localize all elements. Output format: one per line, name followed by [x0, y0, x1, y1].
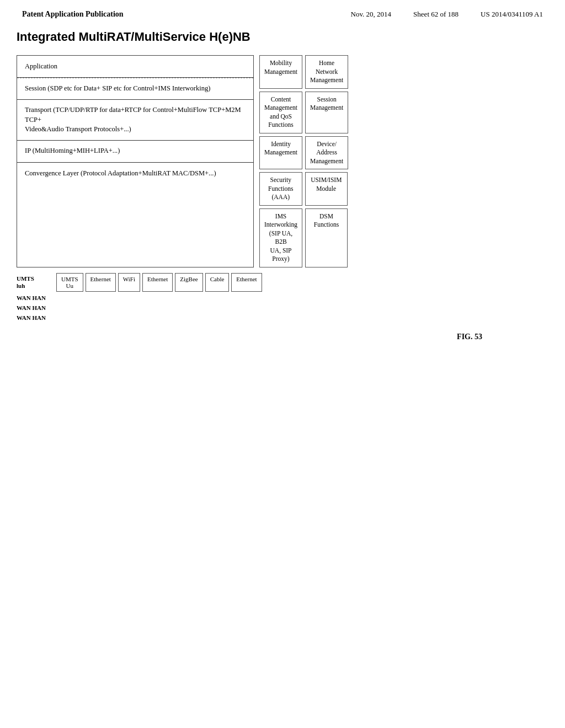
usim-box: USIM/ISIMModule [305, 172, 348, 206]
sheet-label: Sheet 62 of 188 [413, 10, 459, 19]
layer-ip: IP (MultiHoming+MIH+LIPA+...) [17, 141, 253, 163]
right-row-3: IdentityManagement Device/AddressManagem… [259, 136, 348, 170]
wan-han-label-2: WAN HAN [17, 304, 54, 312]
layer-stack: Application Session (SDP etc for Data+ S… [17, 55, 254, 267]
ethernet-cell-3: Ethernet [231, 273, 262, 292]
umts-luh-label: UMTSluh [17, 273, 54, 292]
date-label: Nov. 20, 2014 [351, 10, 392, 19]
cable-cell: Cable [205, 273, 230, 292]
publication-label: Patent Application Publication [22, 10, 124, 19]
patent-label: US 2014/0341109 A1 [481, 10, 543, 19]
layer-convergence: Convergence Layer (Protocol Adaptation+M… [17, 163, 253, 185]
layer-session: Session (SDP etc for Data+ SIP etc for C… [17, 78, 253, 100]
layers-and-right: Application Session (SDP etc for Data+ S… [17, 55, 348, 267]
right-row-2: ContentManagementand QoSFunctions Sessio… [259, 92, 348, 133]
wan-han-label-1: WAN HAN [17, 295, 54, 302]
fig-label: FIG. 53 [17, 333, 548, 341]
page-header: Patent Application Publication Nov. 20, … [0, 0, 565, 19]
header-info: Nov. 20, 2014 Sheet 62 of 188 US 2014/03… [351, 10, 543, 19]
device-address-box: Device/AddressManagement [305, 136, 348, 170]
wan-han-label-3: WAN HAN [17, 314, 54, 322]
left-section: Application Session (SDP etc for Data+ S… [17, 55, 348, 322]
home-network-box: Home NetworkManagement [305, 55, 348, 89]
wifi-cell: WiFi [118, 273, 140, 292]
diagram-area: Application Session (SDP etc for Data+ S… [17, 55, 548, 322]
umts-row: UMTSluh UMTSUu Ethernet WiFi Ethernet Zi… [17, 273, 348, 292]
layer-transport: Transport (TCP/UDP/RTP for data+RTCP for… [17, 100, 253, 141]
dsm-box: DSMFunctions [305, 208, 348, 267]
ethernet-cell-1: Ethernet [86, 273, 116, 292]
ethernet-cell-2: Ethernet [142, 273, 173, 292]
network-bottom: UMTSluh UMTSUu Ethernet WiFi Ethernet Zi… [17, 273, 348, 322]
main-content: Integrated MultiRAT/MultiService H(e)NB … [0, 19, 565, 341]
right-row-5: IMSInterworking(SIP UA, B2BUA, SIP Proxy… [259, 208, 348, 267]
session-mgmt-box: SessionManagement [305, 92, 348, 133]
wan-han-row-3: WAN HAN [17, 314, 348, 322]
right-row-1: MobilityManagement Home NetworkManagemen… [259, 55, 348, 89]
diagram-title: Integrated MultiRAT/MultiService H(e)NB [17, 30, 548, 44]
identity-box: IdentityManagement [259, 136, 302, 170]
mobility-box: MobilityManagement [259, 55, 302, 89]
right-row-4: SecurityFunctions(AAA) USIM/ISIMModule [259, 172, 348, 206]
wan-han-row-1: WAN HAN [17, 295, 348, 302]
wan-han-row-2: WAN HAN [17, 304, 348, 312]
content-box: ContentManagementand QoSFunctions [259, 92, 302, 133]
zigbee-cell: ZigBee [175, 273, 202, 292]
security-box: SecurityFunctions(AAA) [259, 172, 302, 206]
right-management-boxes: MobilityManagement Home NetworkManagemen… [259, 55, 348, 267]
umts-uu-cell: UMTSUu [56, 273, 83, 292]
layer-application: Application [17, 56, 253, 78]
ims-box: IMSInterworking(SIP UA, B2BUA, SIP Proxy… [259, 208, 302, 267]
